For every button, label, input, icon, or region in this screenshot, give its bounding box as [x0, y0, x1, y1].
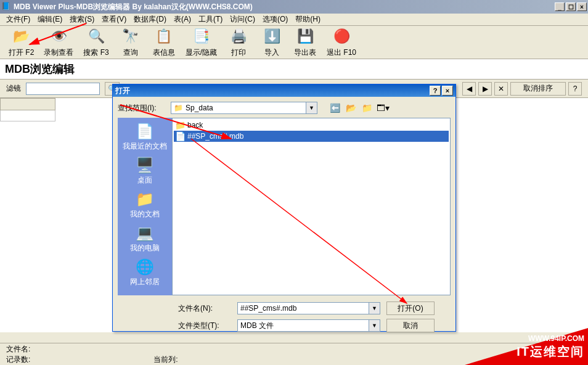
open-dialog: 打开 ? × 查找范围(I): 📁 Sp_data ▼ ⬅️ 📂 📁 🗔▾ 📄我… [112, 84, 456, 332]
dialog-cancel-button[interactable]: 取消 [386, 319, 435, 332]
window-title: MDB Viewer Plus-MDB浏览编辑器 By kalahan汉化(WW… [14, 2, 553, 12]
menu-tools[interactable]: 工具(T) [195, 13, 226, 26]
filter-nav-btn-1[interactable]: ◀ [462, 82, 476, 96]
import-button[interactable]: ⬇️导入 [256, 25, 287, 59]
menu-search[interactable]: 搜索(S) [66, 13, 98, 26]
look-in-label: 查找范围(I): [118, 103, 166, 113]
mydocs-icon: 📁 [135, 189, 155, 209]
watermark-url: WWW.94IP.COM [528, 334, 584, 343]
filetype-label: 文件类型(T): [178, 321, 231, 331]
table-info-button[interactable]: 📋表信息 [149, 25, 179, 59]
watermark-text: IT运维空间 [517, 343, 584, 360]
place-desktop[interactable]: 🖥️桌面 [135, 155, 155, 186]
toolbar: 📂打开 F2 👁️录制查看 🔍搜索 F3 🔭查询 📋表信息 📑显示/隐藏 🖨️打… [0, 26, 588, 59]
file-item-selected[interactable]: 📄##SP_cms#.mdb [174, 131, 449, 142]
chevron-down-icon: ▼ [369, 320, 380, 331]
export-icon: 💾 [295, 27, 315, 46]
open-button[interactable]: 📂打开 F2 [5, 25, 38, 59]
place-mycomputer[interactable]: 💻我的电脑 [130, 223, 160, 253]
maximize-button[interactable]: ☐ [566, 2, 576, 11]
folder-icon: 📁 [175, 120, 185, 130]
menu-database[interactable]: 数据库(D) [130, 13, 170, 26]
network-icon: 🌐 [135, 257, 155, 277]
filter-input[interactable] [26, 83, 100, 95]
dialog-title-bar: 打开 ? × [113, 84, 455, 97]
query-button[interactable]: 🔭查询 [115, 25, 146, 59]
watermark: WWW.94IP.COM IT运维空间 [465, 328, 588, 365]
place-network[interactable]: 🌐网上邻居 [130, 257, 160, 287]
chevron-down-icon: ▼ [369, 303, 380, 314]
app-icon: 📘 [1, 2, 11, 12]
data-grid [0, 98, 55, 121]
recent-icon: 📄 [135, 121, 155, 141]
status-rowcount-label: 记录数: [6, 355, 30, 365]
places-bar: 📄我最近的文档 🖥️桌面 📁我的文档 💻我的电脑 🌐网上邻居 [118, 118, 172, 295]
filename-combo[interactable]: ##SP_cms#.mdb ▼ [237, 302, 380, 314]
desktop-icon: 🖥️ [135, 155, 155, 175]
help-button[interactable]: ? [568, 82, 582, 96]
record-icon: 👁️ [49, 27, 68, 46]
dialog-title: 打开 [115, 86, 428, 96]
file-list[interactable]: 📁back 📄##SP_cms#.mdb [172, 118, 451, 295]
folder-item[interactable]: 📁back [174, 120, 449, 131]
new-folder-button[interactable]: 📁 [361, 102, 373, 114]
minimize-button[interactable]: _ [555, 2, 565, 11]
up-button[interactable]: 📂 [345, 102, 357, 114]
filetype-value: MDB 文件 [240, 321, 274, 331]
exit-button[interactable]: 🔴退出 F10 [323, 25, 360, 59]
place-recent[interactable]: 📄我最近的文档 [123, 121, 167, 152]
look-in-value: Sp_data [186, 104, 213, 112]
filetype-combo[interactable]: MDB 文件 ▼ [237, 319, 380, 332]
chevron-down-icon: ▼ [306, 102, 317, 113]
menu-edit[interactable]: 编辑(E) [34, 13, 66, 26]
computer-icon: 💻 [135, 223, 155, 243]
export-button[interactable]: 💾导出表 [290, 25, 321, 59]
look-in-combo[interactable]: 📁 Sp_data ▼ [171, 102, 317, 114]
filter-close-btn[interactable]: ✕ [494, 82, 508, 96]
info-icon: 📋 [154, 27, 174, 46]
filter-label: 滤镜 [6, 83, 21, 94]
mdb-file-icon: 📄 [175, 131, 185, 141]
import-icon: ⬇️ [262, 27, 282, 46]
printer-icon: 🖨️ [229, 27, 248, 46]
binoculars-icon: 🔭 [121, 27, 141, 46]
search-button[interactable]: 🔍搜索 F3 [80, 25, 112, 59]
menu-table[interactable]: 表(A) [170, 13, 195, 26]
menu-view[interactable]: 查看(V) [98, 13, 130, 26]
menu-bar: 文件(F) 编辑(E) 搜索(S) 查看(V) 数据库(D) 表(A) 工具(T… [0, 14, 588, 26]
dialog-close-button[interactable]: × [442, 86, 453, 96]
status-filename-label: 文件名: [6, 344, 30, 355]
menu-access[interactable]: 访问(C) [226, 13, 259, 26]
grid-header [0, 98, 55, 110]
view-menu-button[interactable]: 🗔▾ [377, 102, 389, 114]
close-button[interactable]: × [577, 2, 587, 11]
search-icon: 🔍 [86, 27, 106, 46]
dialog-help-button[interactable]: ? [430, 86, 441, 96]
filter-nav-btn-2[interactable]: ▶ [478, 82, 492, 96]
print-button[interactable]: 🖨️打印 [223, 25, 254, 59]
folder-icon: 📁 [174, 104, 183, 112]
columns-icon: 📑 [191, 27, 211, 46]
dialog-open-button[interactable]: 打开(O) [386, 301, 435, 315]
page-title: MDB浏览编辑 [0, 59, 588, 80]
menu-file[interactable]: 文件(F) [2, 13, 34, 26]
title-bar: 📘 MDB Viewer Plus-MDB浏览编辑器 By kalahan汉化(… [0, 0, 588, 14]
exit-icon: 🔴 [332, 27, 351, 46]
grid-cell[interactable] [0, 110, 55, 121]
filename-label: 文件名(N): [178, 303, 231, 314]
menu-options[interactable]: 选项(O) [259, 13, 292, 26]
filename-value: ##SP_cms#.mdb [240, 304, 296, 313]
clear-sort-button[interactable]: 取消排序 [510, 82, 566, 96]
show-hide-button[interactable]: 📑显示/隐藏 [182, 25, 221, 59]
place-mydocs[interactable]: 📁我的文档 [130, 189, 160, 219]
record-view-button[interactable]: 👁️录制查看 [40, 25, 77, 59]
status-current-label: 当前列: [153, 355, 178, 365]
back-button[interactable]: ⬅️ [329, 102, 341, 114]
folder-open-icon: 📂 [12, 27, 31, 46]
menu-help[interactable]: 帮助(H) [292, 13, 324, 26]
